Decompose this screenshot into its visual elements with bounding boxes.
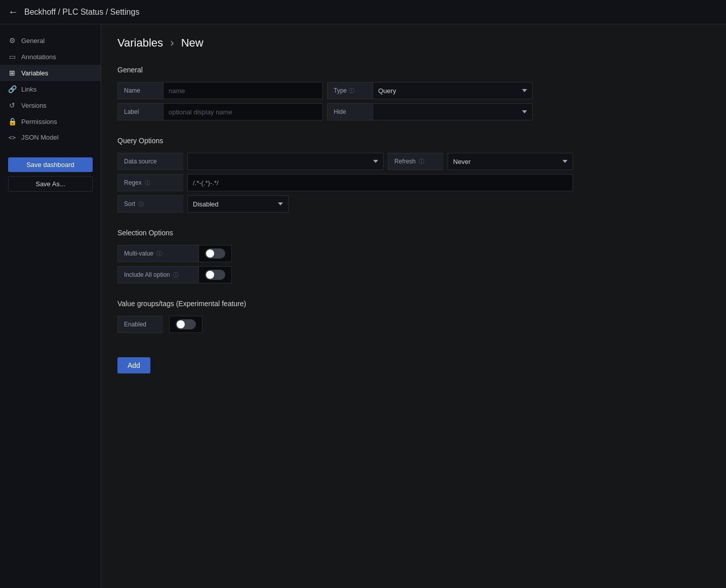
refresh-info-icon: ⓘ [419,158,424,165]
links-icon: 🔗 [8,85,16,93]
save-as-button[interactable]: Save As... [8,176,93,192]
refresh-row: Refresh ⓘ Never On Dashboard Load On Tim… [388,153,573,170]
include-all-label: Include All option ⓘ [117,266,198,283]
sort-info-icon: ⓘ [138,200,144,208]
multi-value-toggle[interactable] [205,248,225,259]
sidebar-item-label: Annotations [21,53,56,61]
datasource-label: Data source [117,153,183,170]
sidebar-item-label: Links [21,86,36,93]
json-model-icon: <> [8,134,16,141]
include-all-row: Include All option ⓘ [117,266,371,283]
add-button[interactable]: Add [117,357,150,373]
refresh-select[interactable]: Never On Dashboard Load On Time Range Ch… [448,153,573,170]
back-button[interactable]: ← [8,6,18,18]
include-all-toggle[interactable] [205,270,225,280]
regex-row: Regex ⓘ [117,174,573,191]
sidebar-item-label: JSON Model [21,134,59,141]
sidebar-buttons: Save dashboard Save As... [0,149,101,200]
sidebar-item-versions[interactable]: ↺ Versions [0,97,101,113]
breadcrumb-separator: › [170,36,174,49]
value-groups-title: Value groups/tags (Experimental feature) [117,300,710,308]
name-row: Name [117,82,323,99]
sidebar-item-label: Versions [21,102,47,109]
type-row: Type ⓘ Query Custom Textbox Constant Dat… [327,82,533,99]
breadcrumb-new: New [181,36,204,49]
annotations-icon: ▭ [8,53,16,61]
label-input[interactable] [163,103,323,120]
include-all-toggle-container [198,266,232,283]
topbar-title: Beckhoff / PLC Status / Settings [24,8,139,17]
sidebar-item-label: Permissions [21,118,57,125]
regex-label: Regex ⓘ [117,174,183,191]
regex-input[interactable] [187,174,573,191]
multi-value-row: Multi-value ⓘ [117,245,371,262]
regex-info-icon: ⓘ [145,179,150,187]
sidebar-item-variables[interactable]: ⊞ Variables [0,65,101,81]
versions-icon: ↺ [8,101,16,109]
include-all-info-icon: ⓘ [173,271,179,279]
permissions-icon: 🔒 [8,117,16,125]
sidebar-item-permissions[interactable]: 🔒 Permissions [0,113,101,130]
value-groups-content: Enabled [117,316,269,333]
enabled-toggle-container [169,316,203,333]
label-label: Label [117,103,163,120]
page-header: Variables › New [117,36,710,50]
selection-options-section: Selection Options Multi-value ⓘ Include … [117,229,710,283]
refresh-label: Refresh ⓘ [388,153,443,170]
sidebar-item-links[interactable]: 🔗 Links [0,81,101,97]
sidebar-item-annotations[interactable]: ▭ Annotations [0,49,101,65]
enabled-toggle[interactable] [176,319,196,329]
datasource-select[interactable] [187,153,384,170]
sidebar-item-label: Variables [21,69,48,77]
hide-label: Hide [327,103,373,120]
general-section-title: General [117,66,710,74]
general-section: General Name Type ⓘ Query Custom T [117,66,710,120]
sidebar-item-label: General [21,37,45,45]
query-options-section: Query Options Data source Refresh ⓘ [117,137,710,213]
back-icon: ← [8,6,18,18]
multi-value-toggle-container [198,245,232,262]
general-icon: ⚙ [8,36,16,45]
sort-row: Sort ⓘ Disabled Alphabetical (asc) Alpha… [117,195,573,213]
datasource-refresh-row: Data source Refresh ⓘ Never On Dashboard… [117,153,573,170]
save-dashboard-button[interactable]: Save dashboard [8,157,93,172]
topbar: ← Beckhoff / PLC Status / Settings [0,0,726,24]
selection-grid: Multi-value ⓘ Include All option ⓘ [117,245,371,283]
general-form-grid: Name Type ⓘ Query Custom Textbox Constan… [117,82,533,120]
name-label: Name [117,82,163,99]
type-label: Type ⓘ [327,82,373,99]
variables-icon: ⊞ [8,69,16,77]
page-title: Variables › New [117,36,710,50]
query-grid: Data source Refresh ⓘ Never On Dashboard… [117,153,573,213]
main-content: Variables › New General Name Type ⓘ [101,24,726,588]
type-info-icon: ⓘ [349,87,354,95]
multi-value-label: Multi-value ⓘ [117,245,198,262]
sidebar-item-json-model[interactable]: <> JSON Model [0,130,101,145]
sidebar-item-general[interactable]: ⚙ General [0,32,101,49]
layout: ⚙ General ▭ Annotations ⊞ Variables 🔗 Li… [0,24,726,588]
enabled-row: Enabled [117,316,269,333]
type-select[interactable]: Query Custom Textbox Constant Datasource… [373,82,533,99]
breadcrumb-variables: Variables [117,36,163,49]
query-options-title: Query Options [117,137,710,145]
hide-row: Hide Variable Label [327,103,533,120]
hide-select[interactable]: Variable Label [373,103,533,120]
multi-value-info-icon: ⓘ [156,250,162,258]
sort-label: Sort ⓘ [117,195,183,213]
label-row: Label [117,103,323,120]
selection-options-title: Selection Options [117,229,710,237]
name-input[interactable] [163,82,323,99]
value-groups-section: Value groups/tags (Experimental feature)… [117,300,710,333]
sidebar: ⚙ General ▭ Annotations ⊞ Variables 🔗 Li… [0,24,101,588]
enabled-label: Enabled [117,316,163,333]
sort-select[interactable]: Disabled Alphabetical (asc) Alphabetical… [187,195,289,213]
